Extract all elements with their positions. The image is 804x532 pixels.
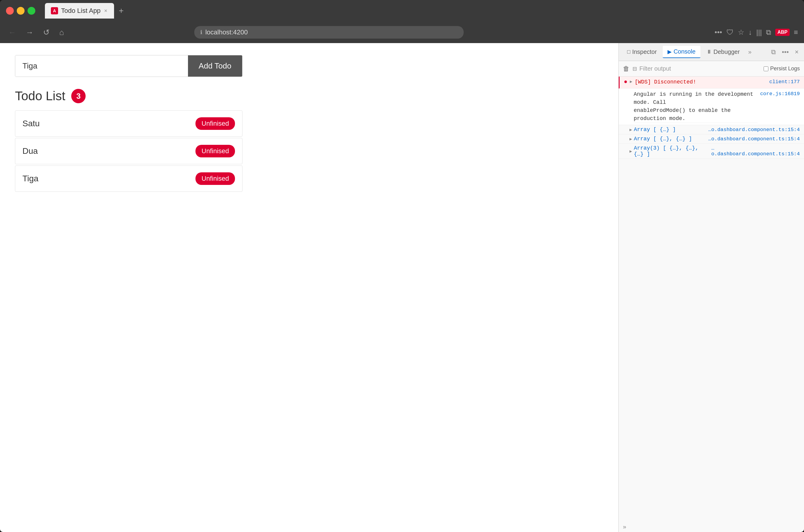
home-button[interactable]: ⌂ [57, 25, 67, 39]
table-row: Tiga Unfinised [15, 166, 242, 192]
bookmarks-icon[interactable]: ||| [756, 28, 762, 37]
status-badge: Unfinised [195, 145, 235, 157]
expand-button[interactable]: ▶ [630, 78, 632, 84]
abp-button[interactable]: ABP [775, 29, 790, 36]
inspector-icon: □ [627, 49, 630, 55]
back-button[interactable]: ← [6, 25, 19, 39]
list-item: ▶ Array [ {…}, {…} ] …o.dashboard.compon… [619, 134, 804, 144]
filter-icon: ⊟ [633, 65, 637, 72]
console-output: ● ▶ [WDS] Disconnected! client:177 Angul… [619, 77, 804, 521]
table-row: Satu Unfinised [15, 110, 242, 137]
minimize-window-button[interactable] [17, 7, 24, 15]
browser-window: A Todo List App × + ← → ↺ ⌂ ℹ localhost:… [0, 0, 804, 532]
persist-logs-label: Persist Logs [770, 65, 800, 72]
address-text: localhost:4200 [205, 28, 248, 36]
pip-icon[interactable]: ⧉ [766, 28, 771, 37]
page-content: Add Todo Todo List 3 Satu Unfinised Dua … [0, 43, 618, 532]
tab-favicon: A [51, 7, 58, 14]
array-expand-button[interactable]: ▶ [630, 149, 632, 154]
close-window-button[interactable] [6, 7, 14, 15]
tab-inspector[interactable]: □ Inspector [622, 46, 661, 58]
titlebar: A Todo List App × + [0, 0, 804, 21]
todo-item-name: Tiga [22, 174, 38, 184]
content-area: Add Todo Todo List 3 Satu Unfinised Dua … [0, 43, 804, 532]
shield-icon[interactable]: 🛡 [727, 28, 734, 37]
status-badge: Unfinised [195, 117, 235, 130]
tab-debugger[interactable]: ⏸ Debugger [702, 46, 745, 58]
close-devtools-button[interactable]: × [793, 46, 800, 58]
todo-items-list: Satu Unfinised Dua Unfinised Tiga Unfini… [15, 110, 242, 192]
console-text-line2: enableProdMode() to enable the productio… [634, 107, 758, 123]
todo-item-name: Dua [22, 146, 38, 156]
filter-placeholder: Filter output [639, 65, 671, 72]
add-todo-form: Add Todo [15, 55, 242, 77]
error-icon: ● [624, 78, 628, 85]
devtools-options-button[interactable]: ••• [780, 46, 790, 58]
maximize-window-button[interactable] [27, 7, 35, 15]
active-tab[interactable]: A Todo List App × [45, 3, 114, 19]
console-array-text: Array(3) [ {…}, {…}, {…} ] [634, 145, 711, 157]
nav-right-icons: ••• 🛡 ☆ ↓ ||| ⧉ ABP ≡ [714, 28, 798, 37]
console-source[interactable]: …o.dashboard.component.ts:15:4 [708, 127, 800, 133]
bookmark-star-icon[interactable]: ☆ [738, 28, 744, 37]
forward-button[interactable]: → [23, 25, 36, 39]
debugger-label: Debugger [714, 49, 740, 55]
console-array-text: Array [ {…} ] [634, 127, 676, 133]
devtools-tabs: □ Inspector ▶ Console ⏸ Debugger » ⧉ •••… [619, 43, 804, 61]
persist-logs-toggle[interactable]: Persist Logs [764, 65, 800, 72]
filter-input-area: ⊟ Filter output [633, 65, 761, 72]
list-item: Angular is running in the development mo… [619, 89, 804, 125]
console-icon: ▶ [668, 49, 672, 55]
devtools-expand-row: » [619, 521, 804, 532]
persist-logs-checkbox[interactable] [764, 66, 768, 71]
tab-bar: A Todo List App × + [45, 3, 798, 19]
angular-icon: A [53, 8, 56, 13]
clear-console-button[interactable]: 🗑 [623, 65, 630, 73]
console-source[interactable]: client:177 [769, 78, 800, 85]
todo-list-header: Todo List 3 [15, 89, 603, 103]
more-tabs-button[interactable]: » [746, 46, 754, 58]
console-source[interactable]: …o.dashboard.component.ts:15:4 [708, 136, 800, 142]
array-expand-button[interactable]: ▶ [630, 127, 632, 132]
expand-chevron-icon[interactable]: » [623, 523, 626, 530]
debugger-icon: ⏸ [706, 49, 712, 55]
table-row: Dua Unfinised [15, 138, 242, 164]
list-item: ▶ Array(3) [ {…}, {…}, {…} ] …o.dashboar… [619, 144, 804, 159]
console-array-text: Array [ {…}, {…} ] [634, 136, 692, 142]
devtools-toolbar: 🗑 ⊟ Filter output Persist Logs [619, 61, 804, 77]
devtools-actions: ⧉ ••• × [769, 46, 800, 58]
console-info-text: Angular is running in the development mo… [634, 90, 758, 123]
todo-item-name: Satu [22, 119, 40, 128]
status-badge: Unfinised [195, 172, 235, 185]
address-bar[interactable]: ℹ localhost:4200 [194, 26, 464, 39]
tab-close-button[interactable]: × [104, 7, 108, 15]
add-todo-button[interactable]: Add Todo [188, 55, 242, 77]
list-item: ● ▶ [WDS] Disconnected! client:177 [619, 77, 804, 89]
devtools-panel: □ Inspector ▶ Console ⏸ Debugger » ⧉ •••… [618, 43, 804, 532]
console-source[interactable]: core.js:16819 [760, 90, 800, 97]
console-source[interactable]: …o.dashboard.component.ts:15:4 [711, 146, 800, 157]
todo-list-title: Todo List [15, 89, 65, 103]
download-icon[interactable]: ↓ [749, 28, 752, 37]
traffic-lights [6, 7, 35, 15]
menu-button[interactable]: ≡ [794, 28, 798, 37]
undock-devtools-button[interactable]: ⧉ [769, 46, 778, 58]
tab-title: Todo List App [61, 7, 100, 15]
tab-console[interactable]: ▶ Console [663, 46, 700, 58]
console-label: Console [673, 48, 695, 55]
console-error-text: [WDS] Disconnected! [635, 78, 767, 86]
navbar: ← → ↺ ⌂ ℹ localhost:4200 ••• 🛡 ☆ ↓ ||| ⧉… [0, 21, 804, 43]
array-expand-button[interactable]: ▶ [630, 136, 632, 141]
console-text-line1: Angular is running in the development mo… [634, 90, 758, 107]
list-item: ▶ Array [ {…} ] …o.dashboard.component.t… [619, 125, 804, 134]
todo-input[interactable] [15, 55, 188, 77]
info-icon: ℹ [200, 29, 202, 36]
todo-count-badge: 3 [71, 89, 86, 103]
new-tab-button[interactable]: + [116, 5, 126, 17]
more-button[interactable]: ••• [714, 28, 722, 37]
inspector-label: Inspector [632, 49, 657, 55]
reload-button[interactable]: ↺ [41, 25, 52, 39]
